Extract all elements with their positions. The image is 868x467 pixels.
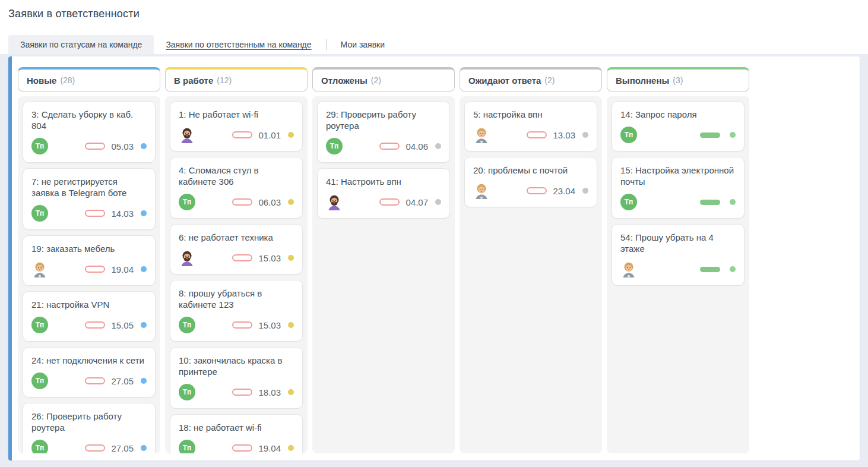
status-dot bbox=[288, 389, 294, 395]
priority-pill-icon bbox=[85, 143, 105, 150]
support-team-avatar: Тп bbox=[179, 440, 195, 453]
ticket-title: 10: закончилась краска в принтере bbox=[179, 355, 294, 377]
ticket-footer: 19.04 bbox=[31, 261, 147, 277]
status-dot bbox=[141, 143, 147, 149]
ticket-footer: 15.03 bbox=[179, 250, 294, 266]
ticket-card[interactable]: 15: Настройка электронной почты Тп bbox=[612, 157, 745, 219]
ticket-title: 24: нет подключения к сети bbox=[31, 355, 147, 366]
ticket-card[interactable]: 3: Сделать уборку в каб. 804 Тп05.03 bbox=[23, 101, 156, 163]
due-date: 27.05 bbox=[111, 376, 134, 386]
status-dot bbox=[141, 445, 147, 451]
column-body: 29: Проверить работу роутера Тп04.06 41:… bbox=[312, 96, 455, 453]
priority-pill-icon bbox=[232, 444, 252, 452]
ticket-footer: Тп04.06 bbox=[326, 138, 441, 154]
ticket-card[interactable]: 29: Проверить работу роутера Тп04.06 bbox=[317, 101, 450, 163]
ticket-footer: Тп15.03 bbox=[179, 317, 294, 333]
column-count: (28) bbox=[60, 75, 75, 85]
support-team-avatar: Тп bbox=[179, 384, 195, 400]
ticket-card[interactable]: 26: Проверить работу роутера Тп27.05 bbox=[23, 403, 156, 453]
ticket-card[interactable]: 1: Не работает wi-fi 01.01 bbox=[170, 101, 303, 152]
ticket-title: 1: Не работает wi-fi bbox=[179, 109, 294, 120]
ticket-footer: Тп14.03 bbox=[31, 205, 147, 222]
priority-pill-icon bbox=[85, 321, 105, 329]
ticket-footer: Тп19.04 bbox=[179, 440, 294, 453]
support-team-avatar: Тп bbox=[31, 317, 48, 333]
kanban-board: Новые (28) 3: Сделать уборку в каб. 804 … bbox=[8, 56, 860, 460]
priority-pill-icon bbox=[232, 198, 252, 206]
ticket-title: 4: Сломался стул в кабинете 306 bbox=[179, 165, 294, 187]
due-date: 15.05 bbox=[111, 320, 134, 330]
ticket-footer: Тп27.05 bbox=[31, 373, 147, 389]
user-avatar-bearded-man bbox=[326, 194, 343, 210]
ticket-footer bbox=[620, 261, 736, 277]
support-team-avatar: Тп bbox=[31, 373, 48, 389]
status-dot bbox=[435, 143, 441, 149]
ticket-card[interactable]: 20: проблемы с почтой 23.04 bbox=[464, 157, 597, 207]
ticket-card[interactable]: 18: не работает wi-fi Тп19.04 bbox=[170, 414, 303, 453]
column-count: (2) bbox=[544, 75, 555, 85]
priority-pill-icon bbox=[232, 254, 252, 261]
ticket-title: 3: Сделать уборку в каб. 804 bbox=[31, 109, 147, 131]
ticket-title: 18: не работает wi-fi bbox=[179, 422, 294, 433]
column-body: 5: настройка впн 13.03 20: проблемы с по… bbox=[460, 96, 602, 453]
done-status-bar bbox=[700, 132, 720, 138]
due-date: 23.04 bbox=[553, 186, 575, 196]
user-avatar-blond-man bbox=[620, 261, 637, 277]
ticket-footer: 01.01 bbox=[179, 127, 294, 143]
ticket-card[interactable]: 7: не регистрируется заявка в Telegram б… bbox=[23, 168, 156, 230]
support-team-avatar: Тп bbox=[31, 440, 48, 453]
ticket-card[interactable]: 21: настройка VPN Тп15.05 bbox=[23, 291, 156, 342]
support-team-avatar: Тп bbox=[31, 138, 48, 154]
user-avatar-bearded-man bbox=[179, 250, 195, 266]
ticket-card[interactable]: 10: закончилась краска в принтере Тп18.0… bbox=[170, 347, 303, 409]
ticket-title: 54: Прошу убрать на 4 этаже bbox=[620, 232, 736, 254]
support-team-avatar: Тп bbox=[620, 194, 637, 210]
done-status-bar bbox=[700, 200, 720, 205]
ticket-card[interactable]: 5: настройка впн 13.03 bbox=[464, 101, 597, 152]
column-body: 1: Не работает wi-fi 01.01 4: Сломался с… bbox=[165, 96, 308, 453]
board-column-waiting: Ожидают ответа (2) 5: настройка впн 13.0… bbox=[460, 67, 602, 453]
column-header: В работе (12) bbox=[165, 67, 308, 91]
ticket-footer: 04.07 bbox=[326, 194, 441, 210]
ticket-title: 26: Проверить работу роутера bbox=[31, 411, 147, 433]
status-dot bbox=[582, 188, 588, 194]
status-dot bbox=[141, 378, 147, 384]
support-team-avatar: Тп bbox=[179, 194, 195, 210]
priority-pill-icon bbox=[527, 187, 547, 194]
due-date: 19.04 bbox=[111, 264, 134, 274]
ticket-title: 14: Запрос пароля bbox=[620, 109, 736, 120]
ticket-card[interactable]: 24: нет подключения к сети Тп27.05 bbox=[23, 347, 156, 397]
column-title: В работе bbox=[174, 75, 213, 86]
priority-pill-icon bbox=[85, 266, 105, 273]
status-dot bbox=[141, 266, 147, 272]
column-title: Отложены bbox=[321, 75, 368, 86]
ticket-title: 21: настройка VPN bbox=[31, 299, 147, 310]
status-dot bbox=[288, 255, 294, 261]
status-dot bbox=[582, 132, 588, 138]
status-dot bbox=[730, 132, 736, 138]
ticket-card[interactable]: 4: Сломался стул в кабинете 306 Тп06.03 bbox=[170, 157, 303, 219]
ticket-title: 41: Настроить впн bbox=[326, 176, 441, 187]
ticket-card[interactable]: 6: не работает техника 15.03 bbox=[170, 224, 303, 274]
ticket-card[interactable]: 54: Прошу убрать на 4 этаже bbox=[612, 224, 745, 286]
ticket-title: 29: Проверить работу роутера bbox=[326, 109, 441, 131]
column-header: Новые (28) bbox=[18, 67, 160, 91]
status-dot bbox=[141, 210, 147, 216]
support-team-avatar: Тп bbox=[179, 317, 195, 333]
tab-by-assignee[interactable]: Заявки по ответственным на команде bbox=[154, 35, 323, 54]
ticket-card[interactable]: 14: Запрос пароля Тп bbox=[612, 101, 745, 152]
ticket-footer: Тп bbox=[620, 194, 736, 210]
column-title: Новые bbox=[27, 75, 56, 86]
due-date: 04.07 bbox=[406, 197, 428, 207]
tab-by-status[interactable]: Заявки по статусам на команде bbox=[8, 35, 154, 54]
board-column-postponed: Отложены (2) 29: Проверить работу роутер… bbox=[312, 67, 455, 453]
status-dot bbox=[730, 266, 736, 272]
ticket-card[interactable]: 41: Настроить впн 04.07 bbox=[317, 168, 450, 219]
ticket-card[interactable]: 19: заказать мебель 19.04 bbox=[23, 235, 156, 286]
column-count: (3) bbox=[673, 75, 683, 85]
due-date: 15.03 bbox=[258, 320, 281, 330]
tab-divider bbox=[326, 39, 327, 50]
tab-my-tickets[interactable]: Мои заявки bbox=[329, 35, 397, 54]
ticket-card[interactable]: 8: прошу убраться в кабинете 123 Тп15.03 bbox=[170, 280, 303, 342]
user-avatar-blond-man bbox=[473, 127, 490, 143]
